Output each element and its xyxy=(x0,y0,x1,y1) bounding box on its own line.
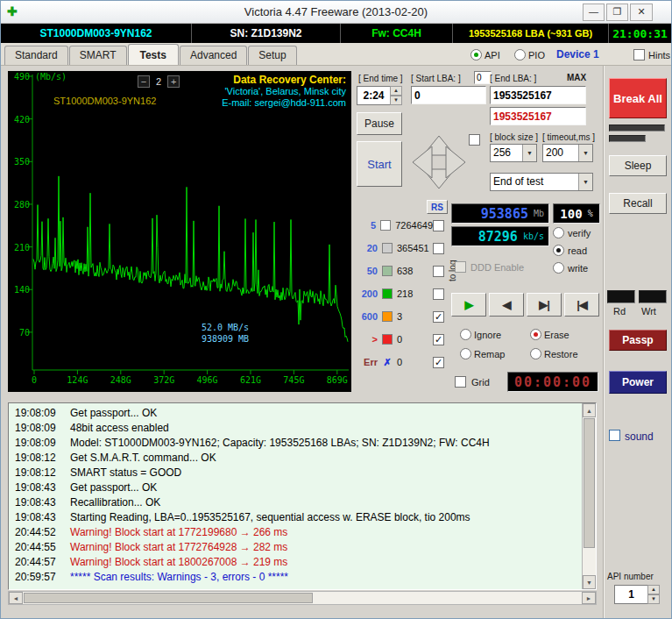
pio-radio[interactable] xyxy=(514,49,526,60)
remap-radio[interactable] xyxy=(460,348,471,359)
sound-checkbox[interactable] xyxy=(609,430,620,441)
to-log-checkbox[interactable]: ✓ xyxy=(433,334,444,345)
erase-radio[interactable] xyxy=(530,329,541,340)
titlebar[interactable]: ✚ Victoria 4.47 Freeware (2013-02-20) — … xyxy=(1,1,671,24)
api-radio[interactable] xyxy=(470,49,482,60)
pad-checkbox[interactable] xyxy=(469,134,480,146)
log-text: Warning! Block start at 1800267008 → 219… xyxy=(70,555,287,570)
recall-button[interactable]: Recall xyxy=(609,193,667,214)
latency-color-swatch xyxy=(382,311,393,322)
tab-standard[interactable]: Standard xyxy=(4,46,68,65)
api-number-value[interactable]: 1 xyxy=(614,585,647,604)
navigation-pad[interactable] xyxy=(407,131,470,194)
power-button[interactable]: Power xyxy=(609,371,667,394)
break-all-button[interactable]: Break All xyxy=(609,78,667,118)
latency-count: 7264649 xyxy=(395,220,433,231)
tab-advanced[interactable]: Advanced xyxy=(180,46,247,65)
to-log-checkbox[interactable]: ✓ xyxy=(433,311,444,323)
grid-checkbox[interactable] xyxy=(455,376,466,388)
tab-tests[interactable]: Tests xyxy=(128,44,179,65)
dropdown-icon[interactable]: ▼ xyxy=(578,145,592,161)
start-lba-field[interactable]: 0 xyxy=(411,86,486,104)
scroll-thumb[interactable] xyxy=(584,418,595,548)
log-horizontal-scrollbar[interactable]: ◄ ► xyxy=(8,591,597,605)
pause-button[interactable]: Pause xyxy=(357,112,402,135)
pad-right-arrow[interactable] xyxy=(446,146,465,178)
svg-text:869G: 869G xyxy=(327,375,348,385)
spin-down-icon[interactable]: ▼ xyxy=(647,594,660,604)
hints-checkbox[interactable] xyxy=(633,49,645,60)
sleep-button[interactable]: Sleep xyxy=(609,155,667,176)
to-log-checkbox[interactable]: ✓ xyxy=(433,357,444,368)
skip-forward-button[interactable]: ▶| xyxy=(527,293,562,317)
minimize-button[interactable]: — xyxy=(583,4,605,21)
log-panel: 19:08:09Get passport... OK19:08:0948bit … xyxy=(8,402,597,590)
timeout-select[interactable]: 200 ▼ xyxy=(542,144,593,162)
percent-value: 100 xyxy=(560,207,582,221)
ignore-radio[interactable] xyxy=(460,329,471,340)
scroll-right-icon[interactable]: ► xyxy=(582,592,596,604)
write-radio[interactable] xyxy=(553,262,564,274)
read-radio[interactable] xyxy=(553,245,564,256)
step-back-button[interactable]: ◀ xyxy=(489,293,524,317)
to-log-checkbox[interactable] xyxy=(433,266,444,277)
to-log-checkbox[interactable] xyxy=(433,288,444,300)
elapsed-timer: 00:00:00 xyxy=(507,372,598,392)
block-size-select[interactable]: 256 ▼ xyxy=(490,144,537,162)
tab-smart[interactable]: SMART xyxy=(69,46,127,65)
svg-text:496G: 496G xyxy=(197,375,218,385)
verify-radio[interactable] xyxy=(553,227,564,238)
log-text: ***** Scan results: Warnings - 3, errors… xyxy=(70,570,288,585)
spin-up-icon[interactable]: ▲ xyxy=(390,86,402,96)
end-lba-field[interactable]: 1953525167 xyxy=(490,86,586,104)
end-time-spinner[interactable]: 2:24 ▲ ▼ xyxy=(357,86,402,105)
verify-label: verify xyxy=(568,228,591,238)
to-log-checkbox[interactable] xyxy=(433,243,444,254)
ddd-enable-checkbox[interactable] xyxy=(455,261,466,273)
scroll-thumb[interactable] xyxy=(24,593,313,603)
restore-label: Restore xyxy=(544,349,578,359)
skip-back-button[interactable]: |◀ xyxy=(564,293,599,317)
ignore-label: Ignore xyxy=(474,330,501,340)
log-line: 20:59:57***** Scan results: Warnings - 3… xyxy=(9,570,581,585)
log-vertical-scrollbar[interactable]: ▲ ▼ xyxy=(582,403,596,589)
scroll-up-icon[interactable]: ▲ xyxy=(583,403,596,417)
restore-radio[interactable] xyxy=(530,348,541,359)
maximize-button[interactable]: ❐ xyxy=(606,4,628,21)
start-lba-mini-field[interactable]: 0 xyxy=(474,71,492,84)
scroll-left-icon[interactable]: ◄ xyxy=(9,592,23,604)
dropdown-icon[interactable]: ▼ xyxy=(578,174,592,190)
banner-title: Data Recovery Center: xyxy=(222,75,346,86)
play-button[interactable]: ▶ xyxy=(451,293,486,317)
spin-up-icon[interactable]: ▲ xyxy=(647,585,660,594)
svg-text:0: 0 xyxy=(32,375,37,385)
latency-color-swatch xyxy=(382,288,393,299)
ddd-enable-label: DDD Enable xyxy=(470,262,524,273)
close-button[interactable]: ✕ xyxy=(630,4,653,21)
latency-row: 50638 xyxy=(355,260,444,282)
log-line: 19:08:0948bit access enabled xyxy=(9,421,581,436)
zoom-in-button[interactable]: + xyxy=(167,75,180,88)
passport-button[interactable]: Passp xyxy=(609,330,667,351)
end-of-test-select[interactable]: End of test ▼ xyxy=(490,173,593,191)
log-time: 19:08:43 xyxy=(9,495,70,510)
dropdown-icon[interactable]: ▼ xyxy=(522,145,536,161)
to-log-checkbox[interactable] xyxy=(433,220,444,231)
scroll-down-icon[interactable]: ▼ xyxy=(583,575,596,589)
pad-left-arrow[interactable] xyxy=(413,146,432,178)
banner: Data Recovery Center: 'Victoria', Belaru… xyxy=(222,75,346,109)
rs-button[interactable]: RS xyxy=(427,200,448,214)
drive-firmware: Fw: CC4H xyxy=(341,24,453,43)
log-line: 20:44:57Warning! Block start at 18002670… xyxy=(9,555,581,570)
tab-setup[interactable]: Setup xyxy=(248,46,296,65)
device-label: Device 1 xyxy=(556,48,599,60)
end-time-value[interactable]: 2:24 xyxy=(357,86,390,105)
spin-down-icon[interactable]: ▼ xyxy=(390,96,402,105)
latency-count: 3 xyxy=(397,311,402,322)
start-button[interactable]: Start xyxy=(357,141,402,187)
zoom-out-button[interactable]: − xyxy=(138,75,150,88)
api-number-spinner[interactable]: 1 ▲ ▼ xyxy=(614,585,660,604)
latency-count: 0 xyxy=(397,357,402,367)
svg-text:140: 140 xyxy=(14,285,30,295)
max-label[interactable]: MAX xyxy=(567,73,586,82)
